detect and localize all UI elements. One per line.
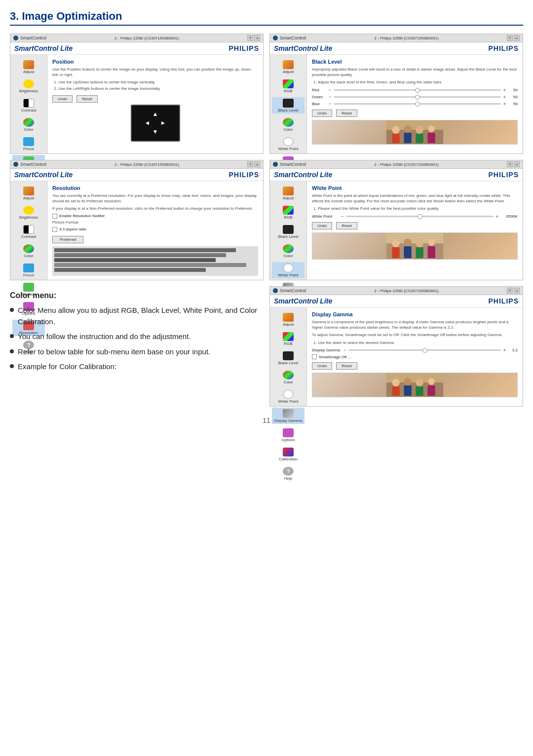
close-btn-bl[interactable]: × <box>514 35 520 41</box>
nav-dg-help[interactable]: ? Help <box>272 465 305 482</box>
nav-dg-adjust[interactable]: Adjust <box>272 311 305 328</box>
help-btn-res[interactable]: ? <box>247 161 253 167</box>
nav-dg-color[interactable]: Color <box>272 369 305 385</box>
nav-res-focus[interactable]: Focus <box>12 262 45 278</box>
slider-plus-red[interactable]: + <box>503 87 506 93</box>
list-item-wp: Please select the White Point value for … <box>318 206 518 212</box>
smartcontrol-logo-res-icon <box>13 162 18 167</box>
photo-dg <box>312 373 518 397</box>
slider-minus-green[interactable]: − <box>329 94 332 100</box>
help-btn[interactable]: ? <box>247 35 253 41</box>
position-panel: SmartControl 2 - Philips 225Bl (CS307150… <box>10 34 264 154</box>
nav-wp-whitepoint[interactable]: White Point <box>272 262 305 278</box>
nav-bl-blacklevel[interactable]: Black Level <box>272 97 305 113</box>
nav-wp-rgb[interactable]: RGB <box>272 204 305 221</box>
svg-rect-15 <box>404 246 411 258</box>
undo-btn-dg[interactable]: Undo <box>312 362 332 370</box>
checkbox-aspect[interactable] <box>52 227 57 232</box>
svg-point-16 <box>416 240 423 247</box>
reset-btn-dg[interactable]: Reset <box>336 362 357 370</box>
nav-dg-calibration[interactable]: Calibration <box>272 446 305 462</box>
dg-blacklevel-icon <box>282 351 295 361</box>
checkbox-notifier[interactable] <box>52 214 57 219</box>
nav-bl-whitepoint[interactable]: White Point <box>272 136 305 152</box>
slider-track-red[interactable] <box>334 89 501 91</box>
nav-res-color[interactable]: Color <box>12 243 45 259</box>
undo-btn[interactable]: Undo <box>52 95 73 103</box>
reset-btn-wp[interactable]: Reset <box>336 222 357 229</box>
nav-adjust[interactable]: Adjust <box>12 59 45 75</box>
slider-value-blue: 50 <box>508 102 518 106</box>
contrast-icon <box>22 98 35 108</box>
monitor-graphic: ▲ ◄ ► ▼ <box>131 105 180 142</box>
help-btn-wp[interactable]: ? <box>507 161 513 167</box>
slider-track-green[interactable] <box>334 96 501 98</box>
dg-nav-label-color: Color <box>283 380 293 384</box>
nav-bl-color[interactable]: Color <box>272 116 305 133</box>
titlebar-left-wp: SmartControl <box>273 162 306 167</box>
gamma-slider-track[interactable] <box>348 349 501 351</box>
nav-bl-adjust[interactable]: Adjust <box>272 59 305 75</box>
nav-label-focus: Focus <box>23 147 34 151</box>
wp-slider-track[interactable] <box>346 216 494 217</box>
nav-dg-displaygamma[interactable]: Display Gamma <box>272 408 305 424</box>
bullet-item-1: Color Menu allow you to adjust RGB, Blac… <box>10 305 264 327</box>
dg-whitepoint-icon <box>282 389 295 399</box>
svg-point-22 <box>392 379 399 386</box>
nav-contrast[interactable]: Contrast <box>12 97 45 113</box>
dg-nav-label-dg: Display Gamma <box>274 418 303 423</box>
svg-point-26 <box>416 379 423 386</box>
close-btn-res[interactable]: × <box>254 161 260 167</box>
nav-res-brightness[interactable]: Brightness <box>12 204 45 221</box>
smartimage-checkbox[interactable] <box>312 354 317 359</box>
close-btn[interactable]: × <box>254 35 260 41</box>
slider-row-blue: Blue − + 50 <box>312 101 518 107</box>
nav-dg-blacklevel[interactable]: Black Level <box>272 350 305 366</box>
nav-res-adjust[interactable]: Adjust <box>12 185 45 201</box>
reset-btn[interactable]: Reset <box>76 95 98 103</box>
titlebar-controls-dg: ? × <box>507 288 520 294</box>
wp-nav-label-bl: Black Level <box>278 234 299 239</box>
wp-slider-minus[interactable]: − <box>341 214 344 219</box>
nav-dg-whitepoint[interactable]: White Point <box>272 388 305 405</box>
nav-wp-color[interactable]: Color <box>272 243 305 259</box>
undo-btn-bl[interactable]: Undo <box>312 110 332 117</box>
wp-nav-label-wp: White Point <box>278 273 299 277</box>
slider-minus-blue[interactable]: − <box>329 101 332 107</box>
preferred-btn[interactable]: Preferred <box>52 236 83 243</box>
reset-btn-bl[interactable]: Reset <box>336 110 357 117</box>
content-desc-res: You are currently at a Preferred resolut… <box>52 193 258 204</box>
smartimage-row: SmartImage Off ... <box>312 354 518 359</box>
nav-color[interactable]: Color <box>12 116 45 133</box>
help-btn-bl[interactable]: ? <box>507 35 513 41</box>
gamma-slider-minus[interactable]: − <box>343 347 346 353</box>
nav-dg-rgb[interactable]: RGB <box>272 331 305 347</box>
content-title-position: Position <box>52 59 258 65</box>
wp-slider-plus[interactable]: + <box>495 214 498 219</box>
nav-res-contrast[interactable]: Contrast <box>12 224 45 240</box>
slider-plus-blue[interactable]: + <box>503 101 506 107</box>
panel-inner-bl: Adjust RGB Black Level Color White Point <box>270 55 523 153</box>
titlebar-left: SmartControl <box>13 36 46 40</box>
slider-minus-red[interactable]: − <box>329 87 332 93</box>
undo-btn-wp[interactable]: Undo <box>312 222 332 229</box>
titlebar-brand-dg: SmartControl <box>280 288 306 293</box>
nav-bl-rgb[interactable]: RGB <box>272 78 305 94</box>
res-brightness-icon <box>22 205 35 215</box>
close-btn-wp[interactable]: × <box>514 161 520 167</box>
gamma-slider-plus[interactable]: + <box>503 347 506 353</box>
wp-color-icon <box>282 244 295 254</box>
help-btn-dg[interactable]: ? <box>507 288 513 294</box>
close-btn-dg[interactable]: × <box>514 288 520 294</box>
nav-dg-options[interactable]: Options <box>272 427 305 443</box>
svg-point-12 <box>392 240 399 247</box>
slider-track-blue[interactable] <box>334 103 501 105</box>
nav-brightness[interactable]: Brightness <box>12 78 45 94</box>
slider-plus-green[interactable]: + <box>503 94 506 100</box>
nav-wp-blacklevel[interactable]: Black Level <box>272 224 305 240</box>
nav-focus[interactable]: Focus <box>12 136 45 152</box>
nav-label-contrast: Contrast <box>21 108 36 113</box>
wp-nav-label-adjust: Adjust <box>283 196 294 200</box>
nav-wp-adjust[interactable]: Adjust <box>272 185 305 201</box>
left-nav-dg: Adjust RGB Black Level Color White Point <box>270 307 307 406</box>
